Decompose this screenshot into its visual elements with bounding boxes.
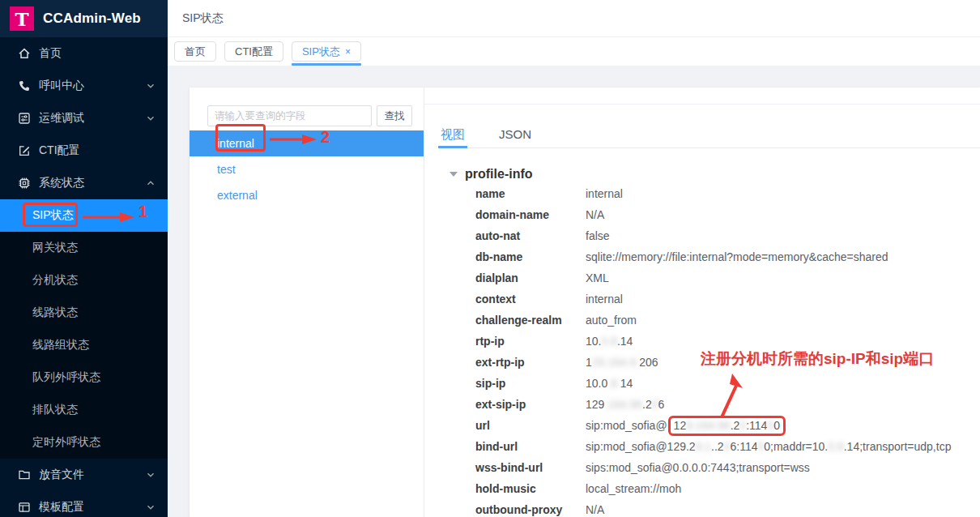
- value-text: 10.: [586, 335, 601, 348]
- topbar: SIP状态: [168, 0, 980, 37]
- detail-tabstrip: 视图 JSON: [438, 123, 980, 148]
- search-input[interactable]: [207, 105, 372, 126]
- field-label: ext-sip-ip: [475, 398, 586, 411]
- profile-item-internal[interactable]: internal: [190, 130, 424, 156]
- field-label: name: [475, 187, 586, 200]
- field-value: XML: [586, 271, 609, 284]
- field-value: N/A: [586, 503, 604, 516]
- field-label: dialplan: [475, 271, 586, 284]
- field-value: auto_from: [586, 314, 637, 327]
- close-icon[interactable]: ×: [345, 46, 351, 58]
- sidebar-item-scheduled-outbound-status[interactable]: 定时外呼状态: [0, 426, 168, 459]
- value-text: auto_from: [586, 314, 637, 327]
- tab-json[interactable]: JSON: [496, 123, 534, 147]
- tree-row-wss-bind-url: wss-bind-urlsips:mod_sofia@0.0.0.0:7443;…: [424, 457, 980, 478]
- sidebar-submenu: SIP状态网关状态分机状态线路状态线路组状态队列外呼状态排队状态定时外呼状态: [0, 199, 168, 459]
- tab-cti-config[interactable]: CTI配置: [224, 41, 283, 62]
- value-text: local_stream://moh: [586, 482, 681, 495]
- redacted-text: 29.164.9.: [592, 356, 639, 369]
- sidebar-item-line-status[interactable]: 线路状态: [0, 297, 168, 329]
- value-text: sip:mod_sofia@129.2: [586, 440, 696, 453]
- sidebar-item-label: 队列外呼状态: [32, 370, 155, 385]
- tree-row-hold-music: hold-musiclocal_stream://moh: [424, 478, 980, 499]
- sidebar-item-call-center[interactable]: 呼叫中心: [0, 70, 168, 102]
- value-text: sip:mod_sofia@: [586, 419, 667, 432]
- profile-list: internaltestexternal: [190, 130, 424, 208]
- sidebar-item-sip-status[interactable]: SIP状态: [0, 199, 168, 232]
- sidebar-item-ops-debug[interactable]: 运维调试: [0, 102, 168, 135]
- field-value: false: [586, 229, 610, 242]
- sidebar-item-template-config[interactable]: 模板配置: [0, 491, 168, 517]
- search-button[interactable]: 查找: [377, 105, 412, 126]
- value-text: sqlite://memory://file:internal?mode=mem…: [586, 250, 888, 263]
- field-label: hold-music: [475, 482, 586, 495]
- sidebar-item-extension-status[interactable]: 分机状态: [0, 264, 168, 297]
- sidebar-item-system-status[interactable]: 系统状态: [0, 167, 168, 199]
- edit-icon: [18, 144, 31, 157]
- profile-tree: profile-info nameinternaldomain-nameN/Aa…: [424, 165, 980, 517]
- field-value: internal: [586, 293, 623, 306]
- value-text: .14: [617, 335, 633, 348]
- redacted-text: 0: [652, 398, 658, 411]
- tab-home[interactable]: 首页: [174, 41, 216, 62]
- redacted-text: .8.: [607, 377, 620, 390]
- chevron-down-icon: [147, 114, 155, 122]
- content-area: 查找 internaltestexternal 视图 JSON profile-: [168, 66, 980, 517]
- profile-detail-panel: 视图 JSON profile-info nameinternaldomain-…: [424, 88, 980, 517]
- value-text: 12: [674, 419, 687, 432]
- value-text: sips:mod_sofia@0.0.0.0:7443;transport=ws…: [586, 461, 810, 474]
- value-text: 6: [658, 398, 665, 411]
- sidebar-item-label: 首页: [39, 46, 155, 61]
- field-label: auto-nat: [475, 229, 586, 242]
- chip-icon: [18, 177, 31, 190]
- folder-icon: [18, 468, 31, 481]
- tree-row-name: nameinternal: [424, 183, 980, 204]
- tree-row-outbound-proxy: outbound-proxyN/A: [424, 499, 980, 517]
- value-text: 0: [773, 419, 780, 432]
- field-label: bind-url: [475, 440, 586, 453]
- sidebar-item-queuing-status[interactable]: 排队状态: [0, 394, 168, 426]
- chevron-up-icon: [147, 179, 155, 187]
- value-text: .2: [642, 398, 652, 411]
- sidebar-item-label: 分机状态: [32, 273, 155, 288]
- field-value: local_stream://moh: [586, 482, 681, 495]
- tree-root-node[interactable]: profile-info: [424, 165, 980, 183]
- value-text: false: [586, 229, 610, 242]
- tab-sip-status[interactable]: SIP状态×: [292, 41, 361, 62]
- value-text: ..2: [711, 440, 724, 453]
- sidebar-item-cti-config[interactable]: CTI配置: [0, 135, 168, 167]
- field-label: wss-bind-url: [475, 461, 586, 474]
- profile-item-test[interactable]: test: [190, 156, 424, 182]
- sidebar-item-label: 呼叫中心: [39, 79, 147, 93]
- sidebar-item-home[interactable]: 首页: [0, 37, 168, 70]
- field-value: 129.164.96.206: [586, 398, 664, 411]
- page-title: SIP状态: [182, 11, 224, 26]
- value-text: 1: [586, 356, 592, 369]
- sidebar-item-audio-files[interactable]: 放音文件: [0, 459, 168, 491]
- field-value: sqlite://memory://file:internal?mode=mem…: [586, 250, 888, 263]
- value-text: 14: [620, 377, 633, 390]
- field-label: outbound-proxy: [475, 503, 586, 516]
- tree-row-url: urlsip:mod_sofia@129.164.96.20:11450: [424, 415, 980, 436]
- sidebar-item-line-group-status[interactable]: 线路组状态: [0, 329, 168, 361]
- brand-logo-icon: T: [10, 6, 34, 31]
- value-text: N/A: [586, 208, 604, 221]
- field-value: 129.164.9.206: [586, 356, 658, 369]
- caret-down-icon[interactable]: [450, 172, 458, 177]
- tree-root-label: profile-info: [465, 167, 533, 182]
- value-text: 206: [639, 356, 658, 369]
- phone-icon: [18, 79, 31, 92]
- field-label: domain-name: [475, 208, 586, 221]
- sidebar-item-label: SIP状态: [32, 208, 155, 223]
- field-value: 10.0.8.14: [586, 377, 633, 390]
- value-text: 10.0: [586, 377, 607, 390]
- redacted-text: 0.8: [828, 440, 843, 453]
- tab-view[interactable]: 视图: [438, 123, 467, 147]
- profile-item-external[interactable]: external: [190, 182, 424, 208]
- value-text: 129: [586, 398, 604, 411]
- sidebar-item-queue-outbound-status[interactable]: 队列外呼状态: [0, 361, 168, 394]
- redacted-text: 0: [724, 440, 731, 453]
- profile-list-panel: 查找 internaltestexternal: [190, 88, 424, 517]
- redacted-text: .164.96: [604, 398, 642, 411]
- sidebar-item-gateway-status[interactable]: 网关状态: [0, 232, 168, 264]
